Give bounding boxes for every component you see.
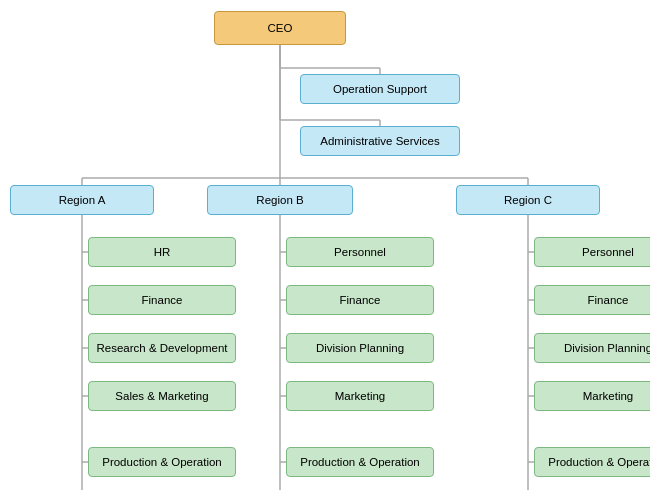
c-marketing-node[interactable]: Marketing [534,381,650,411]
c-finance-node[interactable]: Finance [534,285,650,315]
b-personnel-label: Personnel [334,246,386,258]
region-a-label: Region A [59,194,106,206]
a-rd-node[interactable]: Research & Development [88,333,236,363]
ceo-node[interactable]: CEO [214,11,346,45]
b-finance-label: Finance [340,294,381,306]
admin-services-node[interactable]: Administrative Services [300,126,460,156]
a-po-node[interactable]: Production & Operation [88,447,236,477]
c-personnel-label: Personnel [582,246,634,258]
op-support-label: Operation Support [333,83,427,95]
region-b-node[interactable]: Region B [207,185,353,215]
c-dp-label: Division Planning [564,342,650,354]
c-personnel-node[interactable]: Personnel [534,237,650,267]
b-dp-label: Division Planning [316,342,404,354]
region-c-node[interactable]: Region C [456,185,600,215]
a-sm-label: Sales & Marketing [115,390,208,402]
b-po-node[interactable]: Production & Operation [286,447,434,477]
region-c-label: Region C [504,194,552,206]
region-a-node[interactable]: Region A [10,185,154,215]
b-marketing-node[interactable]: Marketing [286,381,434,411]
c-po-label: Production & Operation [548,456,650,468]
a-po-label: Production & Operation [102,456,222,468]
region-b-label: Region B [256,194,303,206]
a-finance-label: Finance [142,294,183,306]
admin-services-label: Administrative Services [320,135,440,147]
org-chart: CEO Operation Support Administrative Ser… [0,0,650,504]
b-dp-node[interactable]: Division Planning [286,333,434,363]
c-dp-node[interactable]: Division Planning [534,333,650,363]
ceo-label: CEO [268,22,293,34]
b-marketing-label: Marketing [335,390,386,402]
c-marketing-label: Marketing [583,390,634,402]
b-personnel-node[interactable]: Personnel [286,237,434,267]
op-support-node[interactable]: Operation Support [300,74,460,104]
a-sm-node[interactable]: Sales & Marketing [88,381,236,411]
c-po-node[interactable]: Production & Operation [534,447,650,477]
b-finance-node[interactable]: Finance [286,285,434,315]
c-finance-label: Finance [588,294,629,306]
b-po-label: Production & Operation [300,456,420,468]
a-hr-node[interactable]: HR [88,237,236,267]
a-finance-node[interactable]: Finance [88,285,236,315]
a-hr-label: HR [154,246,171,258]
a-rd-label: Research & Development [96,342,227,354]
